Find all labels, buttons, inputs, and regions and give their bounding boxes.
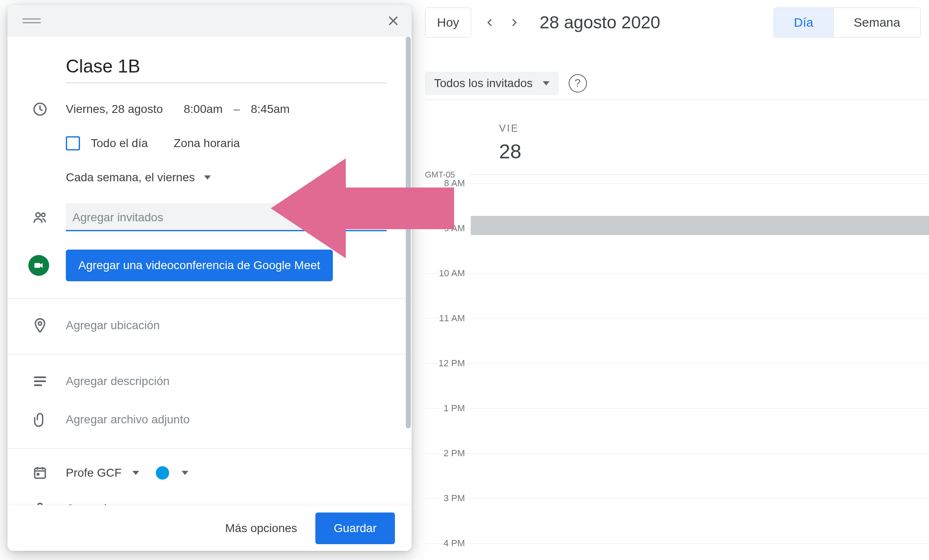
day-column-header: VIE 28 bbox=[471, 108, 929, 175]
divider bbox=[7, 448, 412, 449]
time-label: 9 AM bbox=[425, 223, 465, 234]
availability-select[interactable]: Ocupado bbox=[66, 497, 387, 505]
time-label: 2 PM bbox=[425, 448, 465, 459]
time-label: 10 AM bbox=[425, 268, 465, 279]
clock-icon bbox=[31, 100, 49, 118]
add-meet-button[interactable]: Agregar una videoconferencia de Google M… bbox=[66, 250, 333, 281]
all-day-checkbox[interactable] bbox=[66, 136, 80, 150]
chevron-down-icon bbox=[182, 471, 188, 475]
briefcase-icon bbox=[31, 500, 49, 505]
all-guests-dropdown[interactable]: Todos los invitados bbox=[425, 72, 559, 95]
availability-label: Ocupado bbox=[66, 502, 113, 505]
svg-rect-6 bbox=[37, 473, 39, 475]
calendar-select[interactable]: Profe GCF bbox=[66, 461, 387, 485]
date-nav bbox=[481, 14, 523, 31]
date-range-label: 28 agosto 2020 bbox=[539, 12, 660, 32]
description-placeholder: Agregar descripción bbox=[66, 375, 170, 388]
prev-arrow-icon[interactable] bbox=[481, 14, 498, 31]
time-label: 12 PM bbox=[425, 358, 465, 369]
event-color-dot[interactable] bbox=[156, 466, 169, 480]
dialog-footer: Más opciones Guardar bbox=[7, 505, 412, 551]
svg-rect-5 bbox=[35, 468, 45, 478]
time-label: 8 AM bbox=[425, 178, 465, 189]
location-icon bbox=[31, 316, 49, 335]
next-arrow-icon[interactable] bbox=[506, 14, 523, 31]
datetime-row[interactable]: Viernes, 28 agosto 8:00am – 8:45am bbox=[66, 98, 387, 121]
guests-row bbox=[66, 203, 387, 231]
event-block[interactable] bbox=[471, 216, 929, 235]
recurrence-dropdown[interactable]: Cada semana, el viernes bbox=[66, 166, 387, 189]
timezone-link[interactable]: Zona horaria bbox=[174, 137, 240, 150]
recurrence-label: Cada semana, el viernes bbox=[66, 171, 195, 184]
time-label: 11 AM bbox=[425, 313, 465, 324]
event-title-input[interactable] bbox=[66, 53, 387, 83]
event-start-time[interactable]: 8:00am bbox=[184, 102, 222, 116]
chevron-down-icon bbox=[132, 471, 139, 475]
today-button[interactable]: Hoy bbox=[425, 8, 471, 38]
weekday-label: VIE bbox=[499, 122, 519, 134]
people-icon bbox=[31, 208, 49, 227]
chevron-down-icon bbox=[543, 81, 549, 85]
time-label: 1 PM bbox=[425, 403, 465, 414]
event-end-time[interactable]: 8:45am bbox=[251, 102, 290, 116]
calendar-icon bbox=[31, 464, 49, 482]
dialog-header bbox=[7, 5, 412, 37]
meet-icon bbox=[28, 255, 49, 276]
view-day-button[interactable]: Día bbox=[774, 8, 834, 37]
filter-row: Todos los invitados ? bbox=[425, 67, 929, 100]
svg-point-2 bbox=[42, 213, 45, 216]
all-guests-label: Todos los invitados bbox=[434, 77, 533, 90]
time-label: 4 PM bbox=[425, 538, 465, 549]
svg-point-1 bbox=[36, 212, 40, 217]
divider bbox=[7, 298, 412, 299]
dialog-body: Viernes, 28 agosto 8:00am – 8:45am Todo … bbox=[7, 37, 412, 505]
all-day-row: Todo el día Zona horaria bbox=[66, 132, 387, 155]
more-options-button[interactable]: Más opciones bbox=[220, 515, 302, 542]
drag-handle-icon[interactable] bbox=[22, 16, 41, 26]
notes-icon bbox=[31, 372, 49, 390]
add-guests-input[interactable] bbox=[66, 203, 387, 231]
all-day-label[interactable]: Todo el día bbox=[91, 137, 148, 150]
view-toggle: Día Semana bbox=[774, 8, 921, 38]
svg-rect-3 bbox=[35, 263, 40, 268]
attachment-placeholder: Agregar archivo adjunto bbox=[66, 413, 190, 426]
svg-point-4 bbox=[38, 322, 42, 325]
attachment-icon bbox=[31, 410, 49, 429]
chevron-down-icon bbox=[204, 175, 211, 180]
time-label: 3 PM bbox=[425, 493, 465, 504]
meet-row: Agregar una videoconferencia de Google M… bbox=[66, 250, 387, 281]
divider bbox=[7, 354, 412, 355]
time-grid: 8 AM 9 AM 10 AM 11 AM 12 PM 1 PM 2 PM 3 … bbox=[425, 183, 929, 560]
location-placeholder: Agregar ubicación bbox=[66, 319, 160, 332]
view-week-button[interactable]: Semana bbox=[833, 8, 920, 37]
time-separator: – bbox=[230, 102, 243, 116]
description-row[interactable]: Agregar descripción bbox=[66, 370, 387, 393]
close-icon[interactable] bbox=[383, 11, 403, 31]
location-row[interactable]: Agregar ubicación bbox=[66, 314, 387, 337]
calendar-name: Profe GCF bbox=[66, 466, 122, 480]
help-icon[interactable]: ? bbox=[569, 74, 587, 92]
scrollbar[interactable] bbox=[406, 37, 411, 428]
event-editor-dialog: Viernes, 28 agosto 8:00am – 8:45am Todo … bbox=[7, 5, 412, 551]
event-date[interactable]: Viernes, 28 agosto bbox=[66, 102, 163, 116]
save-button[interactable]: Guardar bbox=[315, 512, 395, 544]
attachment-row[interactable]: Agregar archivo adjunto bbox=[66, 408, 387, 431]
day-number: 28 bbox=[499, 140, 521, 163]
calendar-topbar: Hoy 28 agosto 2020 Día Semana bbox=[425, 4, 921, 41]
